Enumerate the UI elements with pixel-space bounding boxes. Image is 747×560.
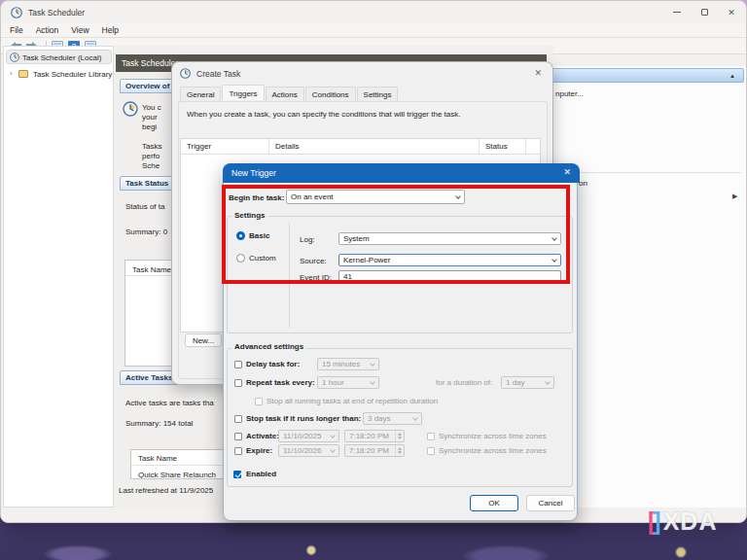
repeat-task-label: Repeat task every: xyxy=(246,378,315,387)
table-row[interactable]: Quick Share Relaunch xyxy=(138,471,216,479)
menu-action[interactable]: Action xyxy=(36,25,59,35)
maximize-button[interactable] xyxy=(697,6,711,18)
stop-task-label: Stop task if it runs longer than: xyxy=(246,414,361,423)
create-task-close-icon[interactable]: ✕ xyxy=(534,68,542,78)
spinner-down-icon[interactable] xyxy=(398,437,402,441)
xda-bracket-right-icon: ] xyxy=(653,508,660,535)
activate-label: Activate: xyxy=(246,432,279,440)
activate-time-spinner[interactable]: 7:18:20 PM xyxy=(344,430,405,442)
xda-watermark: []XDA xyxy=(648,508,717,536)
duration-dropdown[interactable]: 1 day xyxy=(501,376,554,389)
begin-task-value: On an event xyxy=(291,192,334,201)
repeat-task-checkbox[interactable] xyxy=(234,379,242,387)
log-label: Log: xyxy=(300,235,315,244)
console-tree-panel: Task Scheduler (Local) › Task Scheduler … xyxy=(3,46,114,508)
tree-item-task-scheduler-local[interactable]: Task Scheduler (Local) xyxy=(6,50,112,64)
task-status-line: Status of ta xyxy=(125,202,164,211)
triggers-description: When you create a task, you can specify … xyxy=(187,110,460,119)
actions-pane: ▲ nputer... on ▶ xyxy=(551,66,746,508)
tab-conditions[interactable]: Conditions xyxy=(305,87,356,102)
spinner-up-icon[interactable] xyxy=(398,431,402,436)
action-item-fragment-configuration[interactable]: on xyxy=(579,179,587,188)
stop-all-tasks-checkbox[interactable] xyxy=(255,398,263,405)
tree-item-task-scheduler-library[interactable]: › Task Scheduler Library xyxy=(6,67,113,81)
basic-radio[interactable] xyxy=(236,231,245,240)
repeat-interval-dropdown[interactable]: 1 hour xyxy=(317,376,379,389)
begin-task-label: Begin the task: xyxy=(229,193,284,202)
menu-bar: File Action View Help xyxy=(1,23,746,38)
expire-time-spinner[interactable]: 7:18:20 PM xyxy=(344,444,405,457)
tab-triggers[interactable]: Triggers xyxy=(222,85,264,100)
enabled-label: Enabled xyxy=(246,470,276,478)
activate-date-dropdown[interactable]: 11/10/2025 xyxy=(278,430,339,442)
ok-button[interactable]: OK xyxy=(470,495,518,511)
activate-checkbox[interactable] xyxy=(234,433,242,440)
expire-date-dropdown[interactable]: 11/10/2026 xyxy=(278,444,339,457)
expire-checkbox[interactable] xyxy=(234,447,242,455)
column-status[interactable]: Status xyxy=(480,139,526,154)
expire-label: Expire: xyxy=(246,446,272,455)
tab-general[interactable]: General xyxy=(180,87,221,102)
active-tasks-summary: Summary: 154 total xyxy=(125,419,193,428)
overview-clock-icon xyxy=(123,101,138,117)
triggers-table-header: Trigger Details Status xyxy=(181,139,540,155)
tab-settings[interactable]: Settings xyxy=(357,87,399,102)
custom-radio-label: Custom xyxy=(249,254,276,262)
chevron-down-icon xyxy=(545,379,551,385)
chevron-right-icon[interactable]: › xyxy=(10,69,13,78)
enabled-checkbox[interactable] xyxy=(233,471,241,478)
chevron-down-icon xyxy=(412,415,418,421)
activate-sync-checkbox[interactable] xyxy=(427,433,435,440)
column-details[interactable]: Details xyxy=(269,139,480,154)
expire-sync-checkbox[interactable] xyxy=(427,447,435,455)
minimize-button[interactable] xyxy=(670,6,684,18)
chevron-down-icon xyxy=(551,235,557,241)
close-button[interactable]: ✕ xyxy=(725,6,738,18)
source-value: Kernel-Power xyxy=(343,256,390,264)
log-value: System xyxy=(343,234,370,243)
desktop-wallpaper: Task Scheduler ✕ File Action View Help ? xyxy=(0,0,747,560)
xda-watermark-text: XDA xyxy=(663,508,718,535)
begin-task-dropdown[interactable]: On an event xyxy=(286,190,465,204)
menu-view[interactable]: View xyxy=(71,25,89,35)
column-trigger[interactable]: Trigger xyxy=(181,139,269,154)
activate-time-value: 7:18:20 PM xyxy=(349,432,389,440)
delay-duration-dropdown[interactable]: 15 minutes xyxy=(317,358,379,370)
chevron-down-icon xyxy=(370,379,375,385)
active-tasks-line: Active tasks are tasks tha xyxy=(125,399,214,407)
spinner-up-icon[interactable] xyxy=(398,445,402,450)
stop-task-duration-dropdown[interactable]: 3 days xyxy=(363,412,422,425)
advanced-settings-group-label: Advanced settings xyxy=(231,342,306,351)
action-item-fragment-connect-computer[interactable]: nputer... xyxy=(555,89,584,98)
tab-actions[interactable]: Actions xyxy=(266,87,304,102)
last-refreshed-status: Last refreshed at 11/9/2025 xyxy=(119,486,228,495)
submenu-arrow-icon: ▶ xyxy=(732,192,737,200)
delay-task-checkbox[interactable] xyxy=(234,361,242,368)
log-dropdown[interactable]: System xyxy=(338,232,561,245)
menu-file[interactable]: File xyxy=(10,25,23,35)
folder-icon xyxy=(18,70,28,78)
new-trigger-button[interactable]: New... xyxy=(185,333,222,347)
cancel-button[interactable]: Cancel xyxy=(526,495,575,511)
actions-pane-header[interactable]: ▲ xyxy=(551,68,744,83)
activate-date-value: 11/10/2025 xyxy=(283,432,321,440)
event-id-label: Event ID: xyxy=(300,273,332,282)
spinner-down-icon[interactable] xyxy=(398,451,402,456)
delay-duration-value: 15 minutes xyxy=(322,360,360,368)
clock-icon xyxy=(10,52,19,62)
source-dropdown[interactable]: Kernel-Power xyxy=(338,254,561,266)
expire-time-value: 7:18:20 PM xyxy=(349,446,389,455)
window-titlebar: Task Scheduler ✕ xyxy=(1,1,746,23)
task-name-column: Task Name xyxy=(138,454,177,463)
new-trigger-title: New Trigger xyxy=(231,168,276,178)
stop-task-checkbox[interactable] xyxy=(234,415,242,423)
menu-help[interactable]: Help xyxy=(102,25,119,35)
new-trigger-close-icon[interactable]: ✕ xyxy=(563,167,571,177)
collapse-icon[interactable]: ▲ xyxy=(729,73,735,79)
custom-radio[interactable] xyxy=(236,254,245,262)
event-id-input[interactable]: 41 xyxy=(338,270,561,283)
chevron-down-icon xyxy=(330,447,336,453)
actions-separator xyxy=(578,172,741,173)
duration-label: for a duration of: xyxy=(436,378,492,387)
overview-text-line: You c xyxy=(142,103,161,112)
